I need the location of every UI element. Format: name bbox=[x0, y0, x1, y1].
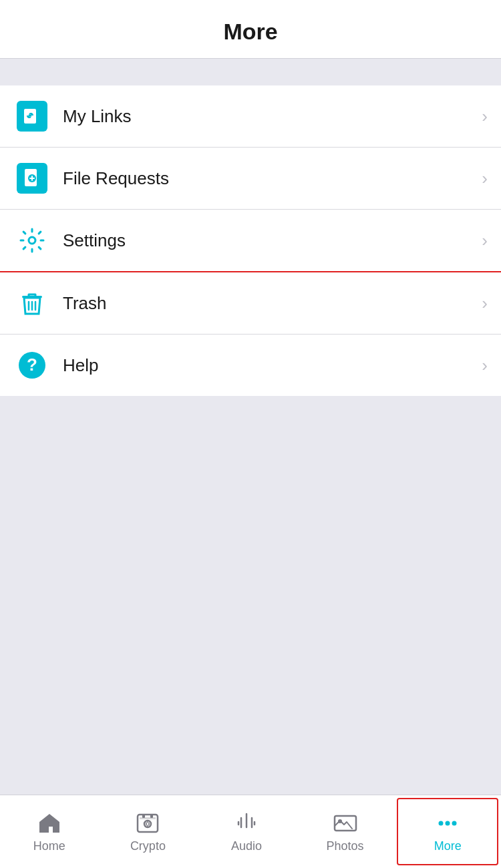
photos-icon bbox=[333, 811, 358, 836]
tab-item-crypto[interactable]: Crypto bbox=[99, 795, 198, 868]
tab-item-home[interactable]: Home bbox=[0, 795, 99, 868]
tab-home-label: Home bbox=[33, 839, 65, 853]
settings-chevron: › bbox=[482, 230, 488, 251]
empty-area bbox=[0, 396, 501, 795]
settings-label: Settings bbox=[63, 230, 482, 251]
section-spacer bbox=[0, 59, 501, 85]
svg-point-16 bbox=[452, 821, 457, 825]
my-links-chevron: › bbox=[482, 106, 488, 127]
file-requests-icon bbox=[13, 160, 51, 197]
svg-text:?: ? bbox=[27, 355, 37, 375]
tab-bar: Home Crypto Audio bbox=[0, 795, 501, 868]
crypto-icon bbox=[135, 811, 160, 836]
menu-item-my-links[interactable]: My Links › bbox=[0, 85, 501, 148]
tab-audio-label: Audio bbox=[231, 839, 262, 853]
my-links-icon bbox=[13, 97, 51, 135]
my-links-label: My Links bbox=[63, 106, 482, 127]
help-chevron: › bbox=[482, 355, 488, 376]
tab-item-photos[interactable]: Photos bbox=[296, 795, 395, 868]
trash-icon bbox=[13, 284, 51, 322]
file-requests-chevron: › bbox=[482, 168, 488, 189]
svg-rect-7 bbox=[138, 815, 158, 832]
trash-label: Trash bbox=[63, 293, 482, 314]
menu-list: My Links › File Requests › bbox=[0, 85, 501, 396]
svg-point-15 bbox=[446, 821, 450, 825]
home-icon bbox=[37, 811, 62, 836]
menu-item-trash[interactable]: Trash › bbox=[0, 272, 501, 335]
svg-point-1 bbox=[29, 115, 31, 117]
help-icon: ? bbox=[13, 347, 51, 384]
svg-point-14 bbox=[439, 821, 444, 825]
tab-item-audio[interactable]: Audio bbox=[197, 795, 296, 868]
menu-item-file-requests[interactable]: File Requests › bbox=[0, 148, 501, 210]
menu-item-settings[interactable]: Settings › bbox=[0, 210, 501, 272]
tab-more-label: More bbox=[434, 839, 462, 853]
more-dots-icon bbox=[435, 811, 460, 836]
tab-photos-label: Photos bbox=[327, 839, 364, 853]
file-requests-label: File Requests bbox=[63, 168, 482, 189]
trash-chevron: › bbox=[482, 293, 488, 314]
menu-item-help[interactable]: ? Help › bbox=[0, 335, 501, 396]
tab-item-more[interactable]: More bbox=[397, 798, 498, 865]
help-label: Help bbox=[63, 355, 482, 376]
header: More bbox=[0, 0, 501, 59]
page-title: More bbox=[223, 19, 277, 44]
svg-rect-11 bbox=[140, 817, 156, 819]
svg-point-13 bbox=[338, 819, 342, 823]
tab-crypto-label: Crypto bbox=[130, 839, 166, 853]
settings-icon bbox=[13, 222, 51, 259]
audio-icon bbox=[234, 811, 259, 836]
